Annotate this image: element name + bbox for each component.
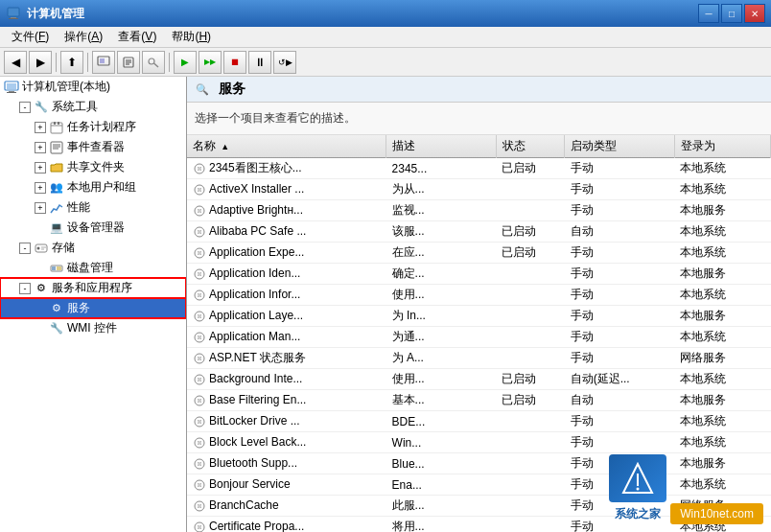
- tree-performance[interactable]: + 性能: [0, 197, 186, 218]
- watermark-logo: [609, 454, 666, 502]
- service-login-cell: 网络服务: [674, 348, 770, 369]
- tree-performance-label: 性能: [67, 199, 90, 216]
- table-row[interactable]: Adaptive Brightн...监视...手动本地服务: [187, 200, 771, 221]
- tree-services[interactable]: ⚙ 服务: [0, 298, 186, 318]
- service-icon: [193, 435, 209, 449]
- description-text: 选择一个项目来查看它的描述。: [195, 111, 356, 125]
- play-button[interactable]: ▶: [174, 51, 197, 74]
- restart-button[interactable]: ↺▶: [273, 51, 296, 74]
- expand-storage[interactable]: -: [19, 243, 31, 254]
- expand-scheduler[interactable]: +: [35, 122, 46, 133]
- service-name-cell: BranchCache: [187, 496, 386, 517]
- service-status-cell: [496, 179, 565, 200]
- svg-rect-4: [100, 58, 105, 63]
- col-header-desc[interactable]: 描述: [386, 135, 497, 158]
- users-groups-icon: 👥: [49, 180, 64, 196]
- toolbar-separator-3: [169, 53, 170, 72]
- svg-point-33: [198, 188, 201, 192]
- pause-button[interactable]: ⏸: [248, 51, 271, 74]
- service-desc-cell: 使用...: [386, 285, 497, 306]
- expand-services-apps[interactable]: -: [19, 283, 31, 294]
- service-status-cell: 已启动: [496, 221, 565, 243]
- service-status-cell: 已启动: [496, 158, 565, 179]
- tree-services-apps[interactable]: - ⚙ 服务和应用程序: [0, 278, 186, 298]
- tree-wmi[interactable]: 🔧 WMI 控件: [0, 318, 186, 338]
- service-name-cell: BitLocker Drive ...: [187, 411, 386, 432]
- computer-icon: [4, 80, 19, 95]
- service-icon: [193, 288, 209, 301]
- table-row[interactable]: Application Iden...确定...手动本地服务: [187, 264, 771, 285]
- service-name-cell: Adaptive Brightн...: [187, 200, 386, 221]
- expand-performance[interactable]: +: [35, 202, 46, 214]
- service-name-cell: Bluetooth Supp...: [187, 453, 386, 474]
- close-button[interactable]: ✕: [744, 4, 765, 23]
- table-row[interactable]: ActiveX Installer ...为从...手动本地系统: [187, 179, 771, 200]
- col-header-status[interactable]: 状态: [496, 135, 565, 158]
- col-name-label: 名称: [193, 139, 216, 152]
- table-row[interactable]: 2345看图王核心...2345...已启动手动本地系统: [187, 158, 771, 179]
- maximize-button[interactable]: □: [721, 4, 742, 23]
- table-row[interactable]: BitLocker Drive ...BDE...手动本地系统: [187, 411, 771, 432]
- svg-point-39: [198, 251, 201, 255]
- table-row[interactable]: Application Laye...为 In...手动本地服务: [187, 306, 771, 327]
- back-button[interactable]: ◀: [4, 51, 27, 74]
- tree-root[interactable]: 计算机管理(本地): [0, 77, 186, 97]
- service-login-cell: 本地系统: [674, 411, 770, 432]
- service-desc-cell: Blue...: [386, 453, 497, 474]
- show-hide-button[interactable]: [92, 51, 115, 74]
- tree-device-manager[interactable]: 💻 设备管理器: [0, 218, 186, 238]
- tree-disk-mgmt[interactable]: 磁盘管理: [0, 258, 186, 278]
- table-row[interactable]: ASP.NET 状态服务为 A...手动网络服务: [187, 348, 771, 369]
- window-controls[interactable]: ─ □ ✕: [698, 4, 765, 23]
- service-status-cell: [496, 285, 565, 306]
- col-header-login[interactable]: 登录为: [674, 135, 770, 158]
- tree-event-viewer[interactable]: + 事件查看器: [0, 137, 186, 157]
- stop-button[interactable]: ⏹: [223, 51, 246, 74]
- table-row[interactable]: Alibaba PC Safe ...该服...已启动自动本地系统: [187, 221, 771, 243]
- service-icon: [193, 477, 209, 491]
- service-icon: [193, 330, 209, 343]
- service-name-cell: Background Inte...: [187, 369, 386, 390]
- service-desc-cell: 为从...: [386, 179, 497, 200]
- tree-storage[interactable]: - 存储: [0, 238, 186, 258]
- menu-bar: 文件(F) 操作(A) 查看(V) 帮助(H): [0, 27, 771, 48]
- table-row[interactable]: Application Man...为通...手动本地系统: [187, 327, 771, 348]
- col-header-startup[interactable]: 启动类型: [565, 135, 675, 158]
- left-panel[interactable]: 计算机管理(本地) - 🔧 系统工具 + 任务计划程序 +: [0, 77, 187, 532]
- menu-view[interactable]: 查看(V): [110, 27, 164, 47]
- col-header-name[interactable]: 名称 ▲: [187, 135, 386, 158]
- service-desc-cell: 为通...: [386, 327, 497, 348]
- table-row[interactable]: Base Filtering En...基本...已启动自动本地服务: [187, 390, 771, 411]
- table-row[interactable]: Application Infor...使用...手动本地系统: [187, 285, 771, 306]
- play2-button[interactable]: ▶▶: [199, 51, 222, 74]
- table-row[interactable]: Background Inte...使用...已启动自动(延迟...本地系统: [187, 369, 771, 390]
- service-login-cell: 本地系统: [674, 327, 770, 348]
- menu-help[interactable]: 帮助(H): [164, 27, 219, 47]
- minimize-button[interactable]: ─: [698, 4, 719, 23]
- tree-system-tools[interactable]: - 🔧 系统工具: [0, 97, 186, 117]
- app-icon: [6, 6, 21, 21]
- service-name-cell: Base Filtering En...: [187, 390, 386, 411]
- table-row[interactable]: Application Expe...在应...已启动手动本地系统: [187, 243, 771, 264]
- services-header: 🔍 服务: [187, 77, 771, 103]
- svg-point-41: [198, 272, 201, 276]
- expand-users-groups[interactable]: +: [35, 182, 46, 194]
- svg-rect-14: [7, 92, 16, 93]
- forward-button[interactable]: ▶: [29, 51, 52, 74]
- service-desc-cell: 此服...: [386, 496, 497, 517]
- menu-file[interactable]: 文件(F): [4, 27, 57, 47]
- menu-action[interactable]: 操作(A): [57, 27, 110, 47]
- key-button[interactable]: [142, 51, 165, 74]
- expand-event-viewer[interactable]: +: [35, 142, 46, 153]
- tree-shared-folders[interactable]: + 共享文件夹: [0, 157, 186, 177]
- service-status-cell: [496, 432, 565, 453]
- up-button[interactable]: ⬆: [60, 51, 83, 74]
- expand-system-tools[interactable]: -: [19, 102, 31, 113]
- properties-button[interactable]: [117, 51, 140, 74]
- service-startup-cell: 手动: [565, 327, 675, 348]
- table-row[interactable]: Block Level Back...Win...手动本地系统: [187, 432, 771, 453]
- search-icon: 🔍: [195, 81, 210, 97]
- tree-scheduler[interactable]: + 任务计划程序: [0, 117, 186, 137]
- expand-shared-folders[interactable]: +: [35, 162, 46, 173]
- tree-users-groups[interactable]: + 👥 本地用户和组: [0, 177, 186, 197]
